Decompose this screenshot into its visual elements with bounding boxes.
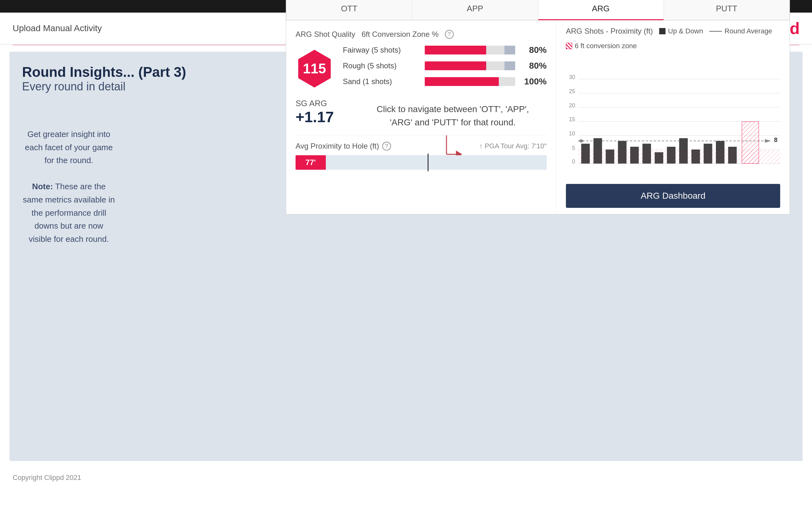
rough-row: Rough (5 shots) 80% bbox=[343, 61, 547, 71]
rough-pct: 80% bbox=[521, 61, 547, 71]
svg-marker-20 bbox=[765, 139, 771, 143]
fairway-bar bbox=[425, 46, 515, 54]
sand-bar bbox=[425, 77, 515, 86]
fairway-fill bbox=[425, 46, 486, 54]
hex-score-shape: 115 bbox=[296, 50, 334, 88]
sand-fill bbox=[425, 77, 499, 86]
svg-text:30: 30 bbox=[569, 74, 575, 80]
legend-round-avg-icon bbox=[709, 31, 722, 32]
svg-text:8: 8 bbox=[774, 136, 778, 143]
svg-text:5: 5 bbox=[572, 145, 575, 151]
main-content: Round Insights... (Part 3) Every round i… bbox=[9, 52, 803, 461]
tab-ott[interactable]: OTT bbox=[286, 0, 412, 20]
chart-title: ARG Shots - Proximity (ft) bbox=[566, 27, 653, 36]
svg-text:25: 25 bbox=[569, 88, 575, 95]
tabs-row: OTT APP ARG PUTT bbox=[286, 0, 790, 20]
insight-area: Get greater insight into each facet of y… bbox=[22, 103, 116, 246]
hex-score-row: 115 Fairway (5 shots) bbox=[296, 45, 547, 92]
insight-text: Get greater insight into each facet of y… bbox=[22, 128, 116, 246]
fairway-row: Fairway (5 shots) 80% bbox=[343, 45, 547, 55]
svg-rect-36 bbox=[578, 150, 780, 164]
shot-quality-header: ARG Shot Quality 6ft Conversion Zone % ? bbox=[296, 30, 547, 39]
svg-text:15: 15 bbox=[569, 116, 575, 122]
fairway-label: Fairway (5 shots) bbox=[343, 46, 425, 54]
copyright-text: Copyright Clippd 2021 bbox=[13, 473, 81, 482]
proximity-chart: 0 5 10 15 20 25 30 bbox=[566, 55, 780, 174]
right-panel-header: ARG Shots - Proximity (ft) Up & Down Rou… bbox=[566, 27, 780, 50]
footer: Copyright Clippd 2021 bbox=[0, 467, 812, 488]
upload-label[interactable]: Upload Manual Activity bbox=[13, 23, 102, 34]
svg-text:20: 20 bbox=[569, 102, 575, 109]
legend-updown: Up & Down bbox=[659, 27, 703, 35]
help-icon[interactable]: ? bbox=[445, 30, 454, 39]
tab-putt[interactable]: PUTT bbox=[664, 0, 790, 20]
legend-6ft: 6 ft conversion zone bbox=[566, 42, 637, 50]
main-inner: Round Insights... (Part 3) Every round i… bbox=[22, 64, 790, 246]
fairway-pct: 80% bbox=[521, 45, 547, 55]
rough-fill bbox=[425, 61, 486, 70]
shot-quality-label: ARG Shot Quality bbox=[296, 30, 355, 39]
legend-round-avg: Round Average bbox=[709, 27, 772, 35]
sand-row: Sand (1 shots) 100% bbox=[343, 76, 547, 87]
tab-arg[interactable]: ARG bbox=[538, 0, 664, 20]
legend-6ft-icon bbox=[566, 43, 572, 49]
arg-dashboard-button[interactable]: ARG Dashboard bbox=[566, 184, 780, 208]
fairway-gray bbox=[504, 46, 515, 54]
rough-bar bbox=[425, 61, 515, 70]
proximity-cursor bbox=[427, 154, 428, 171]
proximity-bar-fill: 77' bbox=[296, 155, 326, 170]
legend-updown-icon bbox=[659, 28, 665, 34]
rough-gray bbox=[504, 61, 515, 70]
right-panel: ARG Shots - Proximity (ft) Up & Down Rou… bbox=[556, 20, 790, 214]
right-content: Click to navigate between 'OTT', 'APP','… bbox=[116, 103, 790, 246]
rough-label: Rough (5 shots) bbox=[343, 61, 425, 70]
svg-marker-19 bbox=[578, 139, 584, 143]
hexagon-bg: 115 bbox=[296, 50, 334, 88]
svg-text:0: 0 bbox=[572, 158, 575, 165]
hex-number: 115 bbox=[303, 61, 326, 76]
proximity-bar-container: 77' bbox=[296, 155, 547, 170]
shot-bars: Fairway (5 shots) 80% Rough (5 sh bbox=[343, 45, 547, 92]
svg-text:10: 10 bbox=[569, 130, 575, 137]
proximity-value: 77' bbox=[306, 158, 316, 167]
chart-area: 0 5 10 15 20 25 30 bbox=[566, 55, 780, 174]
tab-app[interactable]: APP bbox=[412, 0, 538, 20]
sand-pct: 100% bbox=[521, 76, 547, 87]
conversion-zone-label: 6ft Conversion Zone % bbox=[361, 30, 438, 39]
sand-label: Sand (1 shots) bbox=[343, 77, 425, 86]
